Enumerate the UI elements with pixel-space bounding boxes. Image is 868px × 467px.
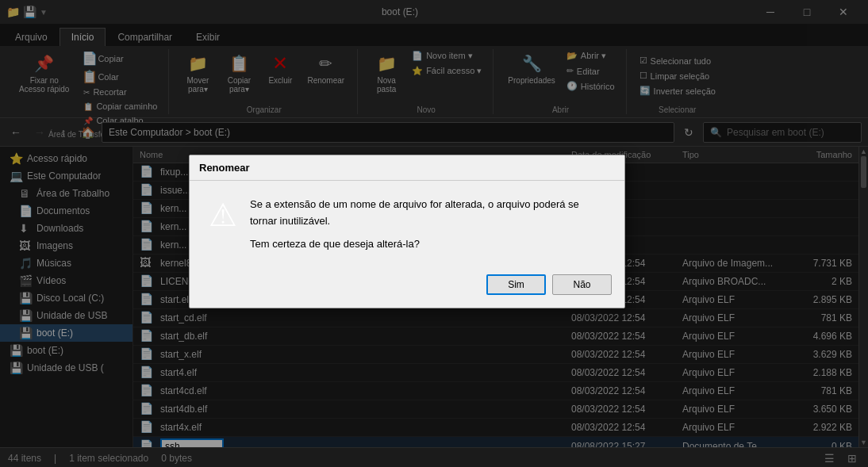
dialog-body: ⚠ Se a extensão de um nome de arquivo fo…	[190, 181, 624, 268]
dialog-question: Tem certeza de que deseja alterá-la?	[250, 236, 605, 253]
yes-button[interactable]: Sim	[486, 274, 546, 295]
rename-dialog: Renomear ⚠ Se a extensão de um nome de a…	[189, 155, 625, 308]
no-button[interactable]: Não	[552, 274, 612, 295]
dialog-overlay: Renomear ⚠ Se a extensão de um nome de a…	[0, 0, 868, 467]
warning-icon: ⚠	[209, 197, 237, 233]
dialog-title: Renomear	[199, 162, 250, 174]
dialog-text: Se a extensão de um nome de arquivo for …	[250, 197, 605, 252]
dialog-message: Se a extensão de um nome de arquivo for …	[250, 197, 605, 230]
dialog-title-bar: Renomear	[190, 155, 624, 181]
dialog-buttons: Sim Não	[190, 268, 624, 308]
